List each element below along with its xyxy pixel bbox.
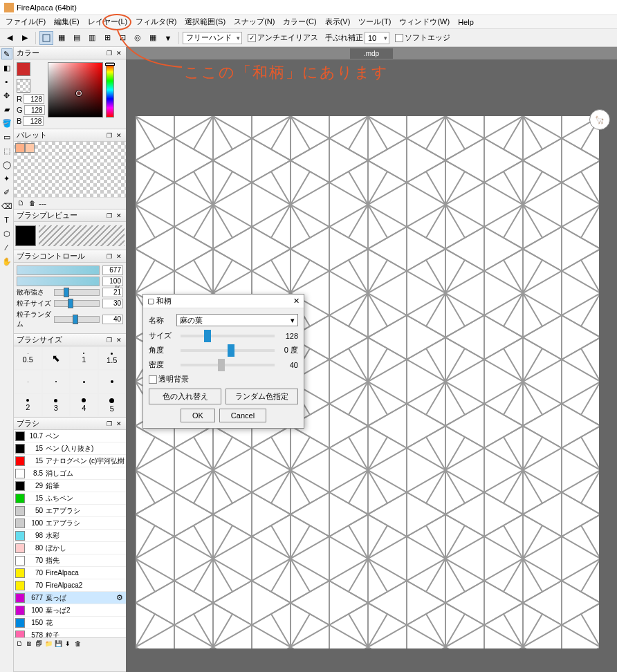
brush-row[interactable]: 8.5消しゴム — [14, 467, 126, 480]
brush-row[interactable]: 150花 — [14, 617, 126, 629]
size-cell[interactable]: ⬉ — [42, 346, 71, 370]
add-palette-icon[interactable]: 🗋 — [17, 199, 25, 207]
brush-tool[interactable]: ✎ — [1, 48, 12, 59]
gear-icon[interactable]: ⚙ — [116, 593, 123, 602]
delete-palette-icon[interactable]: 🗑 — [28, 199, 36, 207]
random-colors-button[interactable]: ランダム色指定 — [225, 389, 298, 404]
menu-filter[interactable]: フィルタ(R) — [131, 15, 181, 28]
perspective-button[interactable]: ▦ — [146, 31, 160, 45]
ruler-button[interactable]: ⊡ — [116, 31, 129, 45]
size-cell[interactable] — [70, 370, 98, 393]
hue-slider[interactable] — [106, 62, 114, 118]
ok-button[interactable]: OK — [181, 409, 215, 422]
close-icon[interactable]: ✕ — [115, 252, 123, 261]
brush-row[interactable]: 677葉っぱ⚙ — [14, 592, 126, 604]
antialias-checkbox[interactable]: アンチエイリアス — [248, 32, 318, 43]
menu-snap[interactable]: スナップ(N) — [230, 15, 279, 28]
menu-file[interactable]: ファイル(F) — [1, 15, 50, 28]
move-tool[interactable]: ✥ — [1, 90, 12, 101]
grid-button[interactable]: ⊞ — [100, 31, 114, 45]
brush-row[interactable]: 70指先 — [14, 554, 126, 567]
swap-colors-button[interactable]: 色の入れ替え — [149, 389, 221, 404]
select-pen-tool[interactable]: ✐ — [1, 187, 12, 198]
menu-window[interactable]: ウィンドウ(W) — [395, 15, 454, 28]
mode-normal-button[interactable] — [39, 31, 53, 45]
size-cell[interactable]: 0.5 — [14, 346, 42, 370]
ctrl-value[interactable]: 30 — [102, 299, 123, 308]
size-cell[interactable]: 1 — [70, 346, 98, 370]
brush-row[interactable]: 50エアブラシ — [14, 505, 126, 517]
density-slider[interactable] — [181, 364, 275, 366]
opacity-bar[interactable] — [17, 277, 100, 286]
softedge-checkbox[interactable]: ソフトエッジ — [395, 32, 450, 43]
palette-chip[interactable] — [25, 143, 35, 153]
snap-button[interactable]: ◎ — [131, 31, 145, 45]
text-tool[interactable]: T — [1, 214, 12, 225]
select-erase-tool[interactable]: ⌫ — [1, 200, 12, 212]
size-cell[interactable]: 2 — [14, 393, 42, 417]
brush-row[interactable]: 70FireAlpaca2 — [14, 579, 126, 592]
fill-tool[interactable]: ▰ — [1, 104, 12, 115]
close-icon[interactable]: ✕ — [115, 420, 123, 428]
bg-swatch[interactable] — [17, 79, 30, 93]
dot-tool[interactable]: ▪ — [1, 76, 12, 87]
fg-swatch[interactable] — [17, 62, 30, 76]
add-brush-script-icon[interactable]: 🗎 — [25, 640, 33, 648]
brush-folder-icon[interactable]: 📁 — [44, 640, 53, 648]
stroke-mode-combo[interactable]: フリーハンド — [183, 32, 242, 44]
mode-add-button[interactable]: ▦ — [55, 31, 68, 45]
menu-edit[interactable]: 編集(E) — [50, 15, 84, 28]
hand-tool[interactable]: ✋ — [1, 256, 12, 267]
brush-row[interactable]: 80ぼかし — [14, 542, 126, 554]
mode-int-button[interactable]: ▥ — [85, 31, 99, 45]
redo-button[interactable]: ▶ — [18, 31, 32, 45]
eraser-tool[interactable]: ◧ — [1, 62, 12, 73]
undock-icon[interactable]: ❐ — [105, 420, 113, 428]
brush-row[interactable]: 15ふちペン — [14, 492, 126, 505]
size-value[interactable]: 677 — [102, 265, 123, 275]
lasso-tool[interactable]: ◯ — [1, 159, 12, 170]
document-tab[interactable]: .mdp — [350, 48, 393, 59]
menu-layer[interactable]: レイヤー(L) — [84, 15, 131, 28]
b-input[interactable] — [23, 116, 44, 126]
ctrl-value[interactable]: 40 — [102, 315, 123, 324]
close-icon[interactable]: ✕ — [115, 336, 123, 344]
ctrl-slider[interactable] — [54, 289, 100, 296]
size-cell[interactable] — [98, 370, 127, 393]
size-cell[interactable]: 4 — [70, 393, 98, 417]
add-brush-icon[interactable]: 🗋 — [15, 640, 24, 648]
delete-brush-icon[interactable]: 🗑 — [73, 640, 82, 648]
select-rect-tool[interactable]: ⬚ — [1, 145, 12, 156]
undock-icon[interactable]: ❐ — [105, 252, 113, 261]
brush-row[interactable]: 100エアブラシ — [14, 517, 126, 530]
mode-sub-button[interactable]: ▤ — [70, 31, 84, 45]
brush-row[interactable]: 578粒子 — [14, 629, 126, 637]
settings-button[interactable]: ▼ — [161, 31, 175, 45]
brush-row[interactable]: 98水彩 — [14, 530, 126, 542]
gradient-tool[interactable]: ▭ — [1, 131, 12, 142]
ctrl-slider[interactable] — [54, 300, 100, 307]
size-cell[interactable]: 3 — [42, 393, 71, 417]
eyedropper-tool[interactable]: ⁄ — [1, 242, 12, 253]
object-tool[interactable]: ⬡ — [1, 228, 12, 239]
undock-icon[interactable]: ❐ — [105, 131, 113, 140]
size-bar[interactable] — [17, 265, 100, 275]
close-icon[interactable]: ✕ — [293, 297, 300, 306]
ctrl-value[interactable]: 21 — [102, 288, 123, 297]
size-cell[interactable] — [14, 370, 42, 393]
undock-icon[interactable]: ❐ — [105, 49, 113, 57]
brush-row[interactable]: 100葉っぱ2 — [14, 604, 126, 617]
ctrl-slider[interactable] — [54, 316, 100, 323]
transparent-checkbox[interactable]: 透明背景 — [149, 374, 189, 384]
size-slider[interactable] — [181, 335, 275, 337]
undock-icon[interactable]: ❐ — [105, 336, 113, 344]
menu-color[interactable]: カラー(C) — [279, 15, 320, 28]
bucket-tool[interactable]: 🪣 — [1, 118, 12, 129]
stabilizer-combo[interactable]: 10 — [365, 32, 389, 44]
close-icon[interactable]: ✕ — [115, 131, 123, 140]
size-cell[interactable]: 5 — [98, 393, 127, 417]
undo-button[interactable]: ◀ — [3, 31, 17, 45]
brush-row[interactable]: 70FireAlpaca — [14, 567, 126, 579]
palette-chip[interactable] — [15, 143, 25, 153]
close-icon[interactable]: ✕ — [115, 212, 123, 220]
